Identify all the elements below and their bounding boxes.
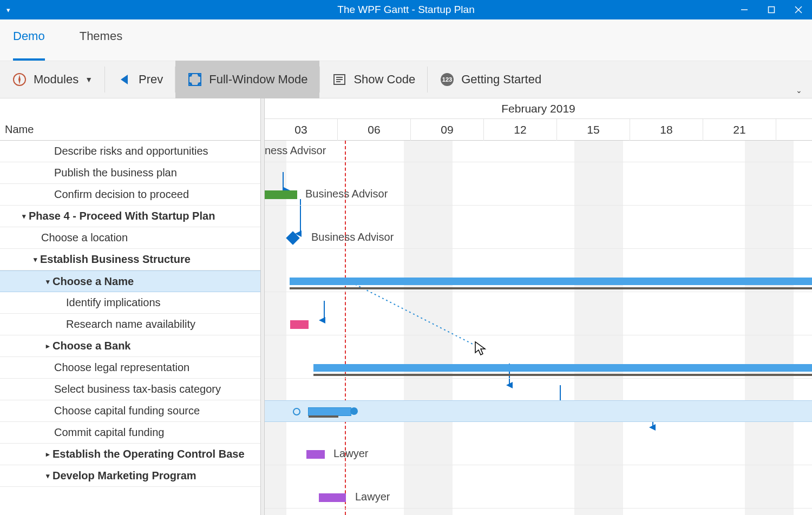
modules-dropdown[interactable]: Modules ▼ xyxy=(0,61,104,98)
quick-menu-icon[interactable]: ▾ xyxy=(0,6,16,14)
task-row[interactable]: Select business tax-basis category xyxy=(0,379,260,400)
fullscreen-icon xyxy=(187,72,202,87)
task-row[interactable]: Publish the business plan xyxy=(0,162,260,184)
prev-button[interactable]: Prev xyxy=(105,61,175,98)
modules-label: Modules xyxy=(34,72,78,87)
task-name: Choose a Name xyxy=(53,275,134,288)
task-row[interactable]: Choose a location xyxy=(0,227,260,249)
task-row[interactable]: Research name availability xyxy=(0,314,260,335)
minimize-button[interactable] xyxy=(731,0,758,19)
gantt-row[interactable]: ness Advisor xyxy=(265,141,812,162)
task-bar[interactable] xyxy=(306,450,325,459)
task-row[interactable]: Commit capital funding xyxy=(0,422,260,444)
gantt-body[interactable]: ness AdvisorBusiness AdvisorBusiness Adv… xyxy=(265,141,812,515)
column-header-name[interactable]: Name xyxy=(0,98,260,141)
timeline-header: February 2019 03060912151821 xyxy=(265,98,812,141)
task-row[interactable]: Choose capital funding source xyxy=(0,400,260,422)
full-window-mode-button[interactable]: Full-Window Mode xyxy=(175,61,319,98)
expand-icon[interactable]: ▾ xyxy=(43,278,53,286)
toolbar: Modules ▼ Prev Full-Window Mode Show Cod… xyxy=(0,61,812,98)
gantt-row[interactable]: Lawyer xyxy=(265,487,812,509)
task-row[interactable]: Identify implications xyxy=(0,292,260,314)
resource-label: Lawyer xyxy=(333,447,368,460)
drag-handle-icon[interactable] xyxy=(350,407,358,415)
task-bar[interactable] xyxy=(265,190,297,199)
tab-themes[interactable]: Themes xyxy=(80,29,122,61)
task-row[interactable]: ▾Establish Business Structure xyxy=(0,249,260,270)
code-icon xyxy=(332,72,347,87)
task-name: Research name availability xyxy=(66,318,195,331)
task-row[interactable]: Choose legal representation xyxy=(0,357,260,379)
task-bar[interactable] xyxy=(319,493,346,502)
timeline-month: February 2019 xyxy=(265,98,812,119)
gantt-row[interactable] xyxy=(265,270,812,292)
day-column: 18 xyxy=(630,119,703,141)
day-column: 06 xyxy=(338,119,411,141)
full-window-label: Full-Window Mode xyxy=(209,72,307,87)
task-bar[interactable] xyxy=(308,407,351,416)
summary-bar[interactable] xyxy=(313,364,812,372)
window-title: The WPF Gantt - Startup Plan xyxy=(0,4,812,16)
task-bar[interactable] xyxy=(290,320,309,329)
resource-label: Lawyer xyxy=(355,491,390,503)
show-code-button[interactable]: Show Code xyxy=(320,61,427,98)
expand-icon[interactable]: ▾ xyxy=(19,212,29,220)
link-handle-icon[interactable] xyxy=(293,408,300,415)
task-name: Describe risks and opportunities xyxy=(54,145,208,157)
task-row[interactable]: ▾Choose a Name xyxy=(0,270,260,292)
resource-label: Business Advisor xyxy=(311,231,394,243)
maximize-button[interactable] xyxy=(758,0,785,19)
prev-label: Prev xyxy=(139,72,163,87)
chevron-down-icon: ▼ xyxy=(85,75,93,84)
task-name: Establish the Operating Control Base xyxy=(53,448,245,460)
expand-icon[interactable]: ▾ xyxy=(30,255,40,263)
day-column: 03 xyxy=(265,119,338,141)
task-row[interactable]: ▸Choose a Bank xyxy=(0,335,260,357)
task-name: Choose a location xyxy=(41,232,128,244)
gantt-row[interactable]: Lawyer xyxy=(265,444,812,465)
task-name: Confirm decision to proceed xyxy=(54,188,189,201)
timeline-days: 03060912151821 xyxy=(265,119,812,141)
expand-icon[interactable]: ▸ xyxy=(43,342,53,350)
mouse-cursor xyxy=(474,341,489,356)
compass-icon xyxy=(12,72,27,87)
splitter[interactable] xyxy=(261,98,265,515)
task-name: Phase 4 - Proceed With Startup Plan xyxy=(29,210,215,222)
svg-rect-1 xyxy=(769,7,775,13)
expand-icon[interactable]: ▸ xyxy=(43,450,53,458)
gantt-row[interactable] xyxy=(265,400,812,422)
gantt-row[interactable] xyxy=(265,314,812,335)
expand-icon[interactable]: ▾ xyxy=(43,472,53,480)
summary-bar[interactable] xyxy=(290,278,812,285)
toolbar-overflow-icon[interactable]: ⌄ xyxy=(796,86,802,95)
milestone[interactable] xyxy=(286,231,299,245)
task-row[interactable]: ▾Phase 4 - Proceed With Startup Plan xyxy=(0,206,260,227)
task-name: Select business tax-basis category xyxy=(54,383,221,395)
resource-label: Business Advisor xyxy=(305,188,388,200)
task-name: Choose legal representation xyxy=(54,361,189,374)
prev-icon xyxy=(117,72,132,87)
task-name: Identify implications xyxy=(66,296,161,309)
task-name: Commit capital funding xyxy=(54,426,164,439)
getting-started-icon: 123 xyxy=(440,72,455,87)
gantt-panel: February 2019 03060912151821 xyxy=(265,98,812,515)
day-column: 15 xyxy=(557,119,630,141)
gantt-row[interactable]: Business Advisor xyxy=(265,184,812,206)
task-row[interactable]: ▸Establish the Operating Control Base xyxy=(0,444,260,465)
gantt-row[interactable] xyxy=(265,357,812,379)
task-name: Publish the business plan xyxy=(54,167,177,179)
task-tree[interactable]: Describe risks and opportunitiesPublish … xyxy=(0,141,260,487)
task-row[interactable]: Confirm decision to proceed xyxy=(0,184,260,206)
task-row[interactable]: Describe risks and opportunities xyxy=(0,141,260,162)
resource-label: ness Advisor xyxy=(265,144,326,157)
task-row[interactable]: ▾Develop Marketing Program xyxy=(0,465,260,487)
day-column: 12 xyxy=(484,119,557,141)
getting-started-button[interactable]: 123 Getting Started xyxy=(428,61,553,98)
task-tree-panel: Name Describe risks and opportunitiesPub… xyxy=(0,98,261,515)
title-bar: ▾ The WPF Gantt - Startup Plan xyxy=(0,0,812,19)
task-name: Establish Business Structure xyxy=(40,253,191,266)
task-name: Choose capital funding source xyxy=(54,405,200,417)
tab-demo[interactable]: Demo xyxy=(13,29,45,61)
gantt-row[interactable]: Business Advisor xyxy=(265,227,812,249)
close-button[interactable] xyxy=(785,0,812,19)
